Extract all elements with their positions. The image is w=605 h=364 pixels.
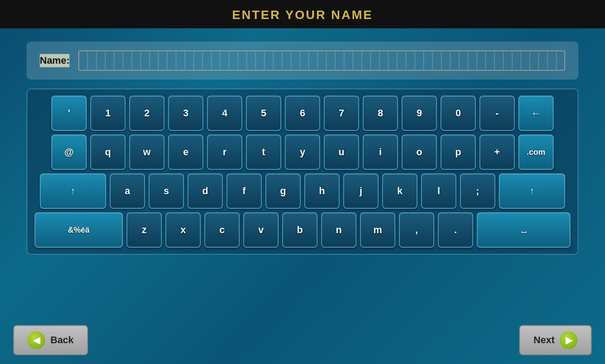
key-z[interactable]: z (126, 212, 162, 248)
name-label: Name: (40, 54, 69, 67)
key-n[interactable]: n (321, 212, 356, 248)
keyboard-row-1: ' 1 2 3 4 5 6 7 8 9 0 - ← (34, 96, 571, 131)
key-b[interactable]: b (282, 212, 318, 248)
key-7[interactable]: 7 (324, 96, 359, 131)
key-d[interactable]: d (188, 173, 223, 209)
key-o[interactable]: o (402, 134, 437, 170)
keyboard-row-4: &%éä z x c v b n m , . ⎵ (34, 212, 571, 248)
key-q[interactable]: q (90, 134, 126, 170)
back-label: Back (50, 334, 74, 346)
next-icon: ▶ (560, 331, 578, 349)
key-p[interactable]: p (440, 134, 476, 170)
key-0[interactable]: 0 (440, 96, 476, 131)
key-comma[interactable]: , (399, 212, 434, 248)
key-y[interactable]: y (285, 134, 320, 170)
bottom-nav: ◀ Back Next ▶ (13, 325, 592, 355)
key-plus[interactable]: + (479, 134, 515, 170)
key-semicolon[interactable]: ; (460, 173, 495, 209)
key-a[interactable]: a (110, 173, 145, 209)
virtual-keyboard: ' 1 2 3 4 5 6 7 8 9 0 - ← @ q w e r t y … (27, 88, 578, 255)
key-s[interactable]: s (149, 173, 184, 209)
key-at[interactable]: @ (51, 134, 87, 170)
key-2[interactable]: 2 (129, 96, 165, 131)
key-g[interactable]: g (265, 173, 301, 209)
key-h[interactable]: h (304, 173, 340, 209)
key-8[interactable]: 8 (363, 96, 398, 131)
name-input[interactable] (78, 50, 565, 71)
key-special[interactable]: &%éä (34, 212, 123, 248)
key-t[interactable]: t (246, 134, 281, 170)
key-dotcom[interactable]: .com (518, 134, 554, 170)
key-f[interactable]: f (226, 173, 262, 209)
title-bar: ENTER YOUR NAME (0, 0, 605, 28)
key-6[interactable]: 6 (285, 96, 320, 131)
key-4[interactable]: 4 (207, 96, 242, 131)
key-m[interactable]: m (360, 212, 395, 248)
key-period[interactable]: . (438, 212, 473, 248)
key-w[interactable]: w (129, 134, 165, 170)
key-e[interactable]: e (168, 134, 203, 170)
key-shift-left[interactable]: ↑ (40, 173, 106, 209)
key-l[interactable]: l (421, 173, 456, 209)
key-v[interactable]: v (243, 212, 279, 248)
key-5[interactable]: 5 (246, 96, 281, 131)
key-x[interactable]: x (165, 212, 201, 248)
keyboard-row-3: ↑ a s d f g h j k l ; ↑ (34, 173, 571, 209)
next-button[interactable]: Next ▶ (519, 325, 592, 355)
key-k[interactable]: k (382, 173, 417, 209)
key-u[interactable]: u (324, 134, 359, 170)
page-title: ENTER YOUR NAME (232, 8, 373, 22)
key-3[interactable]: 3 (168, 96, 203, 131)
key-apostrophe[interactable]: ' (51, 96, 87, 131)
key-r[interactable]: r (207, 134, 242, 170)
keyboard-row-2: @ q w e r t y u i o p + .com (34, 134, 571, 170)
key-minus[interactable]: - (479, 96, 515, 131)
key-i[interactable]: i (363, 134, 398, 170)
key-space[interactable]: ⎵ (477, 212, 571, 248)
app: ENTER YOUR NAME Name: ' 1 2 3 4 5 6 7 8 … (0, 0, 605, 364)
next-label: Next (533, 334, 555, 346)
back-button[interactable]: ◀ Back (13, 325, 88, 355)
key-shift-right[interactable]: ↑ (499, 173, 565, 209)
key-1[interactable]: 1 (90, 96, 126, 131)
back-icon: ◀ (27, 331, 45, 349)
key-j[interactable]: j (343, 173, 379, 209)
key-c[interactable]: c (204, 212, 240, 248)
name-input-area: Name: (27, 42, 578, 80)
key-9[interactable]: 9 (402, 96, 437, 131)
key-backspace[interactable]: ← (518, 96, 554, 131)
